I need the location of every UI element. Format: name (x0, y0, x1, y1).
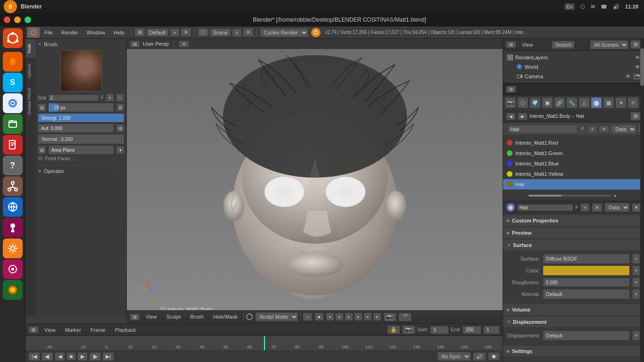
rp-search-btn[interactable]: Search (552, 41, 575, 49)
displacement-input[interactable]: Default (543, 330, 630, 341)
brush-section-header[interactable]: ▼ Brush (38, 41, 124, 48)
strength-bar[interactable]: Strengt: 1.000 (38, 113, 124, 123)
prop-object-btn[interactable]: ▣ (542, 97, 553, 108)
step-back-btn[interactable]: ◀| (41, 352, 53, 361)
normal-input[interactable]: Default (543, 289, 630, 299)
mat-blue[interactable]: Intento_Matt1:Blue (503, 158, 644, 169)
vp-footer-mode-icon[interactable]: ⊞ (130, 313, 140, 321)
menu-help[interactable]: Help (110, 29, 128, 36)
libreoffice-icon[interactable] (3, 135, 23, 155)
prop-physics-btn[interactable]: ⚛ (627, 97, 639, 108)
rp-expand-btn[interactable]: ⊞ (630, 40, 641, 49)
panel-tab-options[interactable]: Options (25, 58, 36, 83)
render-engine-select[interactable]: Cycles Render (260, 28, 308, 37)
vp-circle-btn[interactable]: ○ (303, 313, 313, 321)
layout-close-btn[interactable]: ✕ (181, 28, 191, 37)
prop-texture-btn[interactable]: ▦ (603, 97, 614, 108)
rp-view-menu[interactable]: View (518, 41, 537, 49)
timeline-playback-menu[interactable]: Playback (111, 326, 140, 334)
preview-header[interactable]: ▶ Preview (503, 227, 644, 238)
vp-render-btn[interactable]: 🎬 (398, 313, 412, 321)
nav-back-btn[interactable]: ◀ (506, 113, 516, 120)
snap-minus-btn[interactable]: − (116, 93, 124, 102)
surface-type-input[interactable]: Diffuse BSDF (543, 254, 630, 264)
timeline-frame-menu[interactable]: Frame (87, 326, 109, 334)
prop-particle-btn[interactable]: ✦ (615, 97, 627, 108)
paint-icon[interactable] (3, 218, 23, 238)
prop-render-btn[interactable]: 📷 (505, 97, 516, 108)
renderlayers-eye[interactable]: 👁 (635, 55, 640, 60)
prop-material-btn[interactable]: ⬤ (591, 97, 602, 108)
skype-icon[interactable]: S (3, 73, 23, 92)
start-value[interactable]: 1 (430, 326, 449, 334)
roughness-bar[interactable]: 0.000 (543, 278, 630, 287)
ubuntu-icon[interactable] (3, 28, 23, 48)
current-frame[interactable]: 1 (483, 326, 500, 334)
mat-yellow[interactable]: Intento_Matt1:Yellow (503, 169, 644, 179)
panel-tab-tools[interactable]: Tools (25, 39, 36, 58)
files-icon[interactable] (3, 114, 23, 134)
chromium-icon[interactable] (3, 93, 23, 113)
custom-props-header[interactable]: ▶ Custom Properties (503, 214, 644, 226)
settings-icon[interactable] (3, 239, 23, 258)
viewport-mode-icon[interactable]: ⊞ (130, 41, 140, 48)
help-icon[interactable]: ? (3, 156, 23, 175)
camera-marker-btn[interactable]: 📷 (402, 325, 415, 334)
minimize-button[interactable] (14, 16, 21, 23)
close-button[interactable] (4, 16, 10, 23)
maximize-button[interactable] (25, 16, 31, 23)
vp-footer-brush[interactable]: Brush (186, 313, 207, 321)
mat-arrow-btn[interactable]: ▾ (632, 203, 641, 212)
layout-add-btn[interactable]: + (170, 28, 179, 37)
settings-header[interactable]: ▶ Settings (503, 345, 644, 356)
scene-label[interactable]: Scene (210, 28, 231, 37)
color-picker-btn[interactable] (543, 265, 630, 276)
layer-btn-2[interactable]: ▪ (335, 313, 344, 321)
play-btn[interactable]: ▶ (77, 352, 88, 361)
color-arrow[interactable]: ▾ (633, 265, 640, 276)
vp-camera-btn[interactable]: 📷 (383, 313, 396, 321)
git-icon[interactable] (3, 176, 23, 196)
end-value[interactable]: 250 (462, 326, 481, 334)
world-eye[interactable]: 👁 (635, 64, 640, 70)
front-faces-checkbox[interactable] (38, 156, 43, 161)
network-icon[interactable] (3, 197, 23, 217)
firefox-icon[interactable] (3, 52, 23, 72)
mat-hair[interactable]: Hair (503, 179, 644, 189)
vp-footer-view[interactable]: View (142, 313, 161, 321)
step-fwd-btn[interactable]: |▶ (89, 352, 101, 361)
timeline-ruler[interactable]: -40 -10 0 10 20 30 40 50 60 70 80 90 100… (25, 336, 503, 350)
prop-data-btn[interactable]: △ (578, 97, 590, 108)
displacement-arrow[interactable]: ▾ (633, 330, 640, 341)
surface-header[interactable]: ▼ Surface (503, 239, 644, 250)
sync-select[interactable]: No Sync (437, 352, 471, 361)
timeline-mode-btn[interactable]: ⊞ (28, 326, 39, 333)
mat-scrollbar[interactable] (528, 195, 611, 197)
menu-window[interactable]: Window (83, 29, 109, 36)
timeline-view-menu[interactable]: View (41, 326, 59, 334)
mat-plus-btn2[interactable]: + (580, 203, 590, 212)
size-lock-btn[interactable]: ⊞ (38, 103, 46, 112)
layer-btn-1[interactable]: ▪ (326, 313, 334, 321)
size-bar[interactable]: : 20 px (48, 103, 114, 112)
snap-input[interactable] (48, 94, 99, 101)
camera-render-btn[interactable]: 📷 (633, 73, 640, 80)
vp-footer-hidemask[interactable]: Hide/Mask (209, 313, 241, 321)
firefox2-icon[interactable] (3, 280, 23, 300)
displacement-header[interactable]: ▼ Displacement (503, 316, 644, 327)
scene-close-btn[interactable]: ✕ (243, 28, 254, 37)
autosmooth-settings-btn[interactable]: ⚙ (116, 124, 124, 132)
roughness-arrow[interactable]: ▾ (633, 277, 640, 288)
layer-btn-5[interactable]: ▪ (363, 313, 372, 321)
normal-arrow[interactable]: ▾ (633, 289, 640, 299)
pd-mode-btn[interactable]: ⊞ (506, 86, 516, 93)
area-plane-icon[interactable]: ⊞ (38, 146, 46, 154)
extra-icon[interactable] (3, 259, 23, 279)
lock-btn[interactable]: 🔒 (387, 325, 400, 334)
menu-file[interactable]: File (41, 29, 57, 36)
volume-header[interactable]: ▶ Volume (503, 304, 644, 315)
jump-end-btn[interactable]: ▶| (102, 352, 114, 361)
scene-icon-btn[interactable]: ⬡ (198, 28, 209, 37)
layout-grid-btn[interactable]: ⊞ (134, 28, 145, 37)
autosmooth-bar[interactable]: Aut: 0.000 (38, 123, 114, 133)
